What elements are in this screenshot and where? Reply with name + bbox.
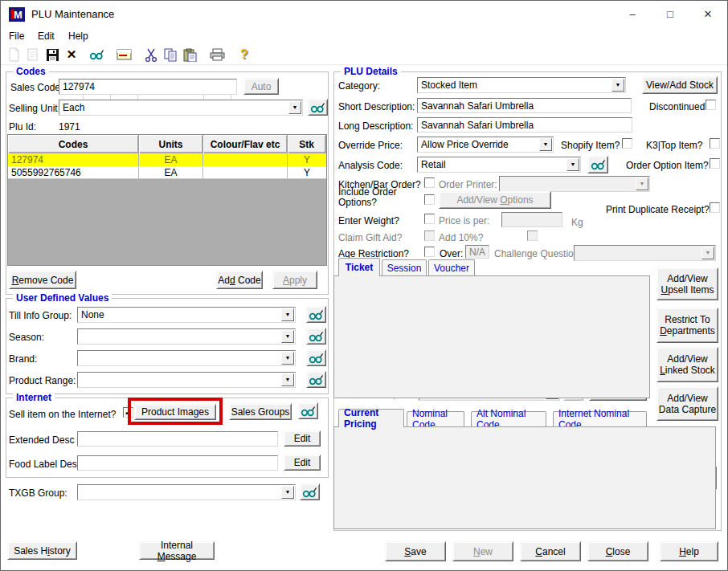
minimize-button[interactable]: – (614, 1, 651, 27)
internal-message-button[interactable]: Internal Message (139, 541, 215, 560)
dropdown-arrow-icon[interactable]: ▼ (539, 138, 552, 151)
tab-session-label: Session (387, 263, 422, 274)
tab-internet-nominal-code[interactable]: Internet Nominal Code (553, 411, 647, 426)
close-window-button[interactable]: Close (587, 541, 648, 561)
sales-code-input[interactable]: 127974 (59, 79, 237, 95)
add-view-linked-stock-button[interactable]: Add/View Linked Stock (656, 347, 718, 382)
extended-desc-input[interactable] (77, 431, 278, 447)
food-label-desc-edit-button[interactable]: Edit (284, 455, 321, 471)
till-info-group-select[interactable]: None▼ (77, 307, 296, 323)
code-cell: 5055992765746 (8, 166, 139, 178)
long-description-input[interactable]: Savannah Safari Umbrella (417, 117, 632, 133)
find-view-icon[interactable] (88, 46, 105, 63)
dropdown-arrow-icon[interactable]: ▼ (611, 79, 624, 92)
add-code-button[interactable]: Add Code (216, 271, 263, 289)
help-button[interactable]: Help (660, 541, 718, 561)
shopify-item-checkbox[interactable] (622, 138, 632, 149)
glasses-icon (302, 487, 317, 498)
dropdown-arrow-icon[interactable]: ▼ (288, 101, 301, 114)
order-option-item-checkbox[interactable] (710, 158, 720, 169)
dropdown-arrow-icon[interactable]: ▼ (281, 330, 294, 343)
label-card-icon[interactable] (115, 46, 133, 63)
linked-label-line1: Add/View (667, 353, 707, 365)
sales-groups-lookup-button[interactable] (298, 402, 318, 419)
copy-icon[interactable] (162, 46, 179, 63)
challenge-question-select[interactable]: ▼ (574, 245, 716, 261)
extended-desc-edit-button[interactable]: Edit (284, 430, 321, 447)
ticket-tab-panel (333, 275, 650, 398)
kitchen-bar-order-checkbox[interactable] (424, 177, 435, 188)
txgb-group-select[interactable]: ▼ (77, 484, 296, 500)
tab-voucher[interactable]: Voucher (428, 259, 475, 275)
txgb-lookup-button[interactable] (300, 483, 320, 500)
add-view-options-button[interactable]: Add/View Options (439, 191, 551, 209)
save-icon[interactable] (43, 46, 61, 63)
food-label-desc-input[interactable] (77, 455, 278, 471)
tab-nominal-code[interactable]: Nominal Code (407, 411, 464, 426)
discontinued-checkbox[interactable] (706, 100, 716, 110)
include-order-options-checkbox[interactable] (424, 194, 435, 205)
view-add-stock-button[interactable]: View/Add Stock (642, 76, 718, 94)
dropdown-arrow-icon[interactable]: ▼ (281, 308, 294, 321)
k3-top-item-checkbox[interactable] (710, 138, 720, 149)
tab-session[interactable]: Session (382, 259, 427, 275)
food-label-desc-label: Food Label Desc (9, 459, 82, 470)
tab-current-pricing[interactable]: Current Pricing (338, 409, 404, 427)
age-restriction-checkbox[interactable] (424, 247, 435, 257)
table-row[interactable]: 5055992765746 EA Y (8, 166, 326, 179)
till-info-lookup-button[interactable] (306, 306, 326, 323)
add-10-percent-checkbox[interactable] (527, 230, 538, 241)
selling-unit-lookup-button[interactable] (308, 99, 328, 116)
product-range-lookup-button[interactable] (306, 371, 326, 388)
brand-select[interactable]: ▼ (77, 350, 296, 366)
dropdown-arrow-icon[interactable]: ▼ (281, 486, 294, 499)
cut-icon[interactable] (142, 46, 160, 63)
menu-edit[interactable]: Edit (33, 28, 59, 44)
season-select[interactable]: ▼ (77, 328, 296, 345)
sales-groups-button[interactable]: Sales Groups (229, 403, 292, 420)
season-lookup-button[interactable] (306, 328, 326, 345)
enter-weight-checkbox[interactable] (424, 214, 435, 224)
print-icon[interactable] (208, 46, 226, 63)
dropdown-arrow-icon[interactable]: ▼ (566, 158, 579, 171)
sales-history-button[interactable]: Sales History (7, 541, 77, 560)
add-view-upsell-items-button[interactable]: Add/View Upsell Items (656, 267, 718, 300)
remove-code-button[interactable]: Remove Code (9, 271, 76, 289)
tab-alt-nominal-code[interactable]: Alt Nominal Code (471, 411, 546, 426)
analysis-code-lookup-button[interactable] (587, 156, 608, 173)
order-printer-select[interactable]: ▼ (499, 176, 650, 192)
print-duplicate-receipt-checkbox[interactable] (710, 202, 720, 213)
open-icon[interactable] (23, 46, 41, 63)
cancel-button[interactable]: Cancel (520, 541, 581, 561)
menu-file[interactable]: File (4, 28, 29, 44)
maximize-button[interactable]: □ (652, 1, 689, 27)
category-select[interactable]: Stocked Item▼ (417, 77, 626, 93)
new-button[interactable]: New (452, 541, 513, 561)
delete-icon[interactable]: ✕ (63, 46, 80, 63)
override-price-select[interactable]: Allow Price Override▼ (417, 137, 554, 153)
auto-button[interactable]: Auto (243, 78, 279, 95)
print-duplicate-receipt-label: Print Duplicate Receipt? (606, 204, 710, 215)
save-button[interactable]: Save (385, 541, 446, 561)
kg-label: Kg (571, 217, 583, 228)
dropdown-arrow-icon[interactable]: ▼ (281, 352, 294, 365)
short-description-input[interactable]: Savannah Safari Umbrella (417, 98, 632, 113)
analysis-code-select[interactable]: Retail▼ (417, 157, 581, 173)
tab-ticket[interactable]: Ticket (338, 258, 380, 276)
restrict-to-departments-button[interactable]: Restrict To Departments (656, 308, 718, 343)
close-button[interactable]: ✕ (689, 1, 726, 27)
paste-icon[interactable] (181, 46, 198, 63)
help-icon[interactable]: ? (235, 46, 253, 63)
selling-unit-select[interactable]: Each ▼ (59, 100, 303, 116)
apply-button[interactable]: Apply (272, 271, 317, 289)
menu-help[interactable]: Help (63, 28, 93, 44)
new-icon[interactable] (5, 46, 22, 63)
app-icon: M (9, 7, 25, 22)
add-view-data-capture-button[interactable]: Add/View Data Capture (656, 386, 718, 421)
table-row[interactable]: 127974 EA Y (8, 153, 326, 166)
brand-lookup-button[interactable] (306, 349, 326, 366)
product-range-select[interactable]: ▼ (77, 372, 296, 388)
price-is-per-input[interactable] (501, 212, 562, 227)
claim-gift-aid-checkbox[interactable] (424, 230, 435, 241)
dropdown-arrow-icon[interactable]: ▼ (281, 373, 294, 386)
